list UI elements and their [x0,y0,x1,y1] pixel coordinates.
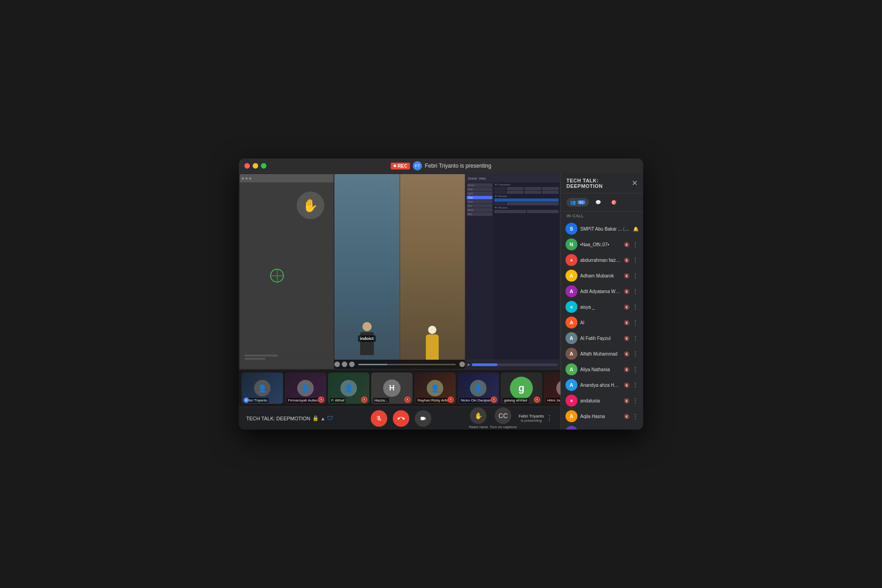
prop-value-ry[interactable] [525,191,541,194]
crosshair [270,269,284,283]
close-button[interactable] [244,163,250,169]
prop-value-z[interactable] [542,187,559,190]
scene-item-3[interactable]: Light [467,192,492,195]
scene-item-5[interactable]: Anim [467,200,492,204]
close-sidebar-button[interactable]: ✕ [632,179,638,187]
participant-thumb-althaf[interactable]: 👤 F. Althaf 🔇 [328,373,369,404]
name-adit: Adit Adyatama Weka [580,289,621,294]
more-al[interactable]: ⋮ [632,319,639,326]
mic-button[interactable] [371,410,387,427]
tab-people[interactable]: 👥 91 [566,198,589,207]
shield-icon: 🛡 [327,415,333,422]
more-adit[interactable]: ⋮ [632,288,639,295]
scene-item-2[interactable]: Cam [467,187,492,191]
sidebar-tabs: 👥 91 💬 🎯 [561,193,643,212]
scene-item-6[interactable]: Env [467,204,492,208]
meeting-expand[interactable]: ▲ [321,416,326,421]
avatar-anandya: A [565,379,577,391]
indoict-logo: indoict [358,335,376,342]
more-adham[interactable]: ⋮ [632,272,639,279]
prop-render-val[interactable] [494,198,559,202]
participant-row-naa[interactable]: N •Naa_Offc.07• 🔇 ⋮ [561,237,643,252]
participant-thumb-hilmi[interactable]: 👤 Hilmi Jauhary 🔇 [544,373,560,404]
maximize-button[interactable] [261,163,266,169]
ctrl-pause[interactable] [342,362,347,367]
captions-btn[interactable]: CC [495,407,511,424]
rec-dot [394,164,396,167]
prop-value-y[interactable] [525,187,541,190]
more-aliya[interactable]: ⋮ [632,366,639,373]
more-aisya[interactable]: ⋮ [632,303,639,311]
timeline-track[interactable] [472,363,558,366]
prop-label-pos [494,187,506,190]
camera-button[interactable] [415,410,431,427]
participant-row-arasy[interactable]: A Arasy dekstop 🔇 ⋮ [561,424,643,430]
name-anandya: Anandya ahza Haura Nu... [580,383,621,388]
participant-thumb-febri[interactable]: 👤 Febri Triyanto 🎙 [242,373,283,404]
avatar-al: A [565,317,577,328]
rec-text: REC [398,164,407,169]
video-right [400,174,465,369]
prop-label-rot [494,191,506,194]
timeline-icon[interactable]: ▶ [468,363,470,367]
participant-row-adham[interactable]: A Adham Mubarok 🔇 ⋮ [561,268,643,283]
participant-row-aqila[interactable]: A Aqila Hasna 🔇 ⋮ [561,408,643,424]
name-al: Al [580,320,621,325]
participant-row-alfath[interactable]: A Alfath Muhammad 🔇 ⋮ [561,346,643,362]
prop-phys-2[interactable] [527,210,559,213]
participant-row-alfatih[interactable]: A Al Fatih Fayzul 🔇 ⋮ [561,330,643,346]
raise-hand-btn[interactable]: ✋ [470,407,486,424]
tab-activities[interactable]: 🎯 [607,198,620,207]
name-alfath: Alfath Muhammad [580,351,621,356]
ctrl-vol[interactable] [459,362,465,367]
name-aisya: aisya _ [580,305,621,310]
participant-row-adit[interactable]: A Adit Adyatama Weka 🔇 ⋮ [561,283,643,299]
ctrl-play[interactable] [334,362,340,367]
participant-thumb-firmansyah[interactable]: 👤 Firmansyah Aufan... 🔇 [285,373,326,404]
ctrl-stop[interactable] [349,362,355,367]
raise-hand-group[interactable]: ✋ Raise hand [469,407,487,429]
timeline-progress [472,363,498,366]
editor-top-toolbar: Scene View [466,174,560,182]
prop-value-x[interactable] [507,187,523,190]
end-call-icon [397,415,405,422]
more-options-button[interactable]: ⋮ [546,414,553,423]
participant-thumb-galang[interactable]: g galang ahmad 🔇 [501,373,542,404]
tab-chat[interactable]: 💬 [592,198,605,207]
more-alfath[interactable]: ⋮ [632,350,639,357]
participant-row-anandya[interactable]: A Anandya ahza Haura Nu... 🔇 ⋮ [561,377,643,393]
chat-icon: 💬 [595,200,601,205]
prop-frame-val[interactable] [507,202,559,205]
participant-row-aisya[interactable]: a aisya _ 🔇 ⋮ [561,299,643,315]
prop-phys-1[interactable] [494,210,526,213]
more-anandya[interactable]: ⋮ [632,381,639,389]
participant-row-smpit[interactable]: S SMPIT Abu Bakar ... (You) 🔔 [561,221,643,237]
more-andalusia[interactable]: ⋮ [632,397,639,404]
prop-value-rx[interactable] [507,191,523,194]
end-call-button[interactable] [393,410,409,427]
scene-item-1[interactable]: Scene [467,183,492,187]
more-naa[interactable]: ⋮ [632,241,639,248]
editor-menu-item-2[interactable]: View [479,177,486,180]
participant-thumb-hazza[interactable]: H Hazza... 🔇 [371,373,413,404]
participant-thumb-nicko[interactable]: 👤 Nicko Oki Daulpas 🔇 [458,373,499,404]
participant-row-aliya[interactable]: A Aliya Nathania 🔇 ⋮ [561,362,643,377]
participant-name-nicko: Nicko Oki Daulpas [459,398,492,403]
participant-row-abdurrahman[interactable]: a abdurrahman faiz caes... 🔇 ⋮ [561,252,643,268]
prop-row-frame [494,202,559,205]
participant-thumb-rayhan[interactable]: 👤 Rayhan Rizky Arfian 🔇 [414,373,456,404]
more-abdurrahman[interactable]: ⋮ [632,256,639,264]
more-aqila[interactable]: ⋮ [632,413,639,420]
editor-menu-item[interactable]: Scene [468,177,477,180]
more-arasy[interactable]: ⋮ [632,428,639,430]
captions-group[interactable]: CC Turn on captions [490,407,517,429]
scene-item-7[interactable]: Mesh [467,208,492,212]
scene-item-4[interactable]: Char [467,196,492,199]
more-alfatih[interactable]: ⋮ [632,334,639,342]
participant-row-andalusia[interactable]: a andalusia 🔇 ⋮ [561,393,643,408]
minimize-button[interactable] [253,163,258,169]
prop-value-rz[interactable] [542,191,559,194]
participant-row-al[interactable]: A Al 🔇 ⋮ [561,315,643,330]
scene-item-8[interactable]: Mat [467,212,492,216]
avatar-aqila: A [565,410,577,422]
